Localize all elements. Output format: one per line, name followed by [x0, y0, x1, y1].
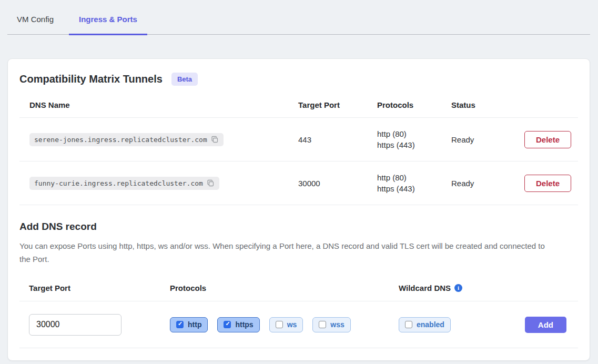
form-header-wildcard-dns-label: Wildcard DNS: [399, 284, 451, 292]
add-dns-form: Target Port Protocols Wildcard DNS http …: [19, 276, 578, 348]
protocol-line: http (80): [377, 128, 451, 139]
dns-name-pill: serene-jones.ingress.replicatedcluster.c…: [29, 133, 224, 146]
form-header-target-port-label: Target Port: [29, 284, 70, 292]
add-button[interactable]: Add: [525, 317, 566, 333]
target-port-cell: 443: [298, 118, 377, 161]
col-header-protocols: Protocols: [377, 92, 451, 118]
copy-icon[interactable]: [211, 136, 219, 144]
info-icon[interactable]: [454, 284, 462, 292]
form-cell-protocols: http https ws wss: [170, 301, 399, 348]
protocol-toggle-label: ws: [287, 320, 297, 329]
checkbox-icon: [224, 321, 231, 328]
form-header-target-port: Target Port: [19, 276, 170, 301]
protocol-toggle-ws[interactable]: ws: [269, 317, 303, 332]
tab-ingress-ports[interactable]: Ingress & Ports: [78, 0, 138, 34]
card-title: Compatibility Matrix Tunnels: [19, 73, 163, 85]
protocol-line: https (443): [377, 139, 451, 150]
copy-icon[interactable]: [207, 179, 215, 187]
col-header-status: Status: [451, 92, 524, 118]
dns-name-text: serene-jones.ingress.replicatedcluster.c…: [34, 136, 207, 144]
target-port-input[interactable]: [29, 314, 121, 336]
card-title-row: Compatibility Matrix Tunnels Beta: [19, 73, 578, 86]
add-dns-record-heading: Add DNS record: [19, 221, 578, 232]
protocol-toggle-wss[interactable]: wss: [312, 317, 350, 332]
compatibility-matrix-tunnels-card: Compatibility Matrix Tunnels Beta DNS Na…: [7, 58, 590, 361]
protocols-cell: http (80) https (443): [377, 118, 451, 161]
wildcard-enabled-toggle[interactable]: enabled: [399, 317, 451, 332]
form-header-wildcard-dns: Wildcard DNS: [399, 276, 524, 301]
table-header-row: DNS Name Target Port Protocols Status: [19, 92, 578, 118]
protocol-toggle-https[interactable]: https: [217, 317, 259, 332]
delete-button[interactable]: Delete: [524, 131, 571, 148]
protocol-line: https (443): [377, 183, 451, 194]
col-header-target-port: Target Port: [298, 92, 377, 118]
protocol-toggles: http https ws wss: [170, 317, 351, 332]
wildcard-toggle-label: enabled: [417, 320, 444, 329]
tab-bar: VM Config Ingress & Ports: [7, 0, 590, 35]
form-header-protocols-label: Protocols: [170, 284, 206, 292]
form-header-actions: [524, 276, 578, 301]
status-cell: Ready: [451, 161, 524, 205]
form-cell-wildcard: enabled: [399, 301, 524, 348]
col-header-actions: [524, 92, 578, 118]
checkbox-icon: [176, 321, 184, 328]
checkbox-icon: [319, 321, 326, 328]
form-header-protocols: Protocols: [170, 276, 399, 301]
bottom-divider: [19, 348, 578, 348]
table-row: serene-jones.ingress.replicatedcluster.c…: [19, 118, 578, 161]
add-dns-record-description: You can expose Ports using http, https, …: [19, 239, 551, 266]
tab-vm-config[interactable]: VM Config: [16, 0, 55, 34]
checkbox-icon: [405, 321, 412, 328]
protocol-line: http (80): [377, 172, 451, 183]
status-cell: Ready: [451, 118, 524, 161]
delete-button[interactable]: Delete: [524, 175, 571, 192]
target-port-cell: 30000: [298, 161, 377, 205]
form-cell-actions: Add: [524, 301, 578, 348]
table-row: funny-curie.ingress.replicatedcluster.co…: [19, 161, 578, 205]
protocol-toggle-label: https: [235, 320, 253, 329]
checkbox-icon: [276, 321, 283, 328]
dns-name-text: funny-curie.ingress.replicatedcluster.co…: [34, 179, 203, 187]
dns-name-pill: funny-curie.ingress.replicatedcluster.co…: [29, 177, 219, 190]
protocol-toggle-http[interactable]: http: [170, 317, 208, 332]
protocols-cell: http (80) https (443): [377, 161, 451, 205]
beta-badge: Beta: [171, 73, 198, 86]
protocol-toggle-label: wss: [330, 320, 344, 329]
col-header-dns-name: DNS Name: [19, 92, 298, 118]
form-cell-target-port: [19, 301, 170, 348]
tunnels-table: DNS Name Target Port Protocols Status se…: [19, 92, 578, 205]
protocol-toggle-label: http: [188, 320, 201, 329]
